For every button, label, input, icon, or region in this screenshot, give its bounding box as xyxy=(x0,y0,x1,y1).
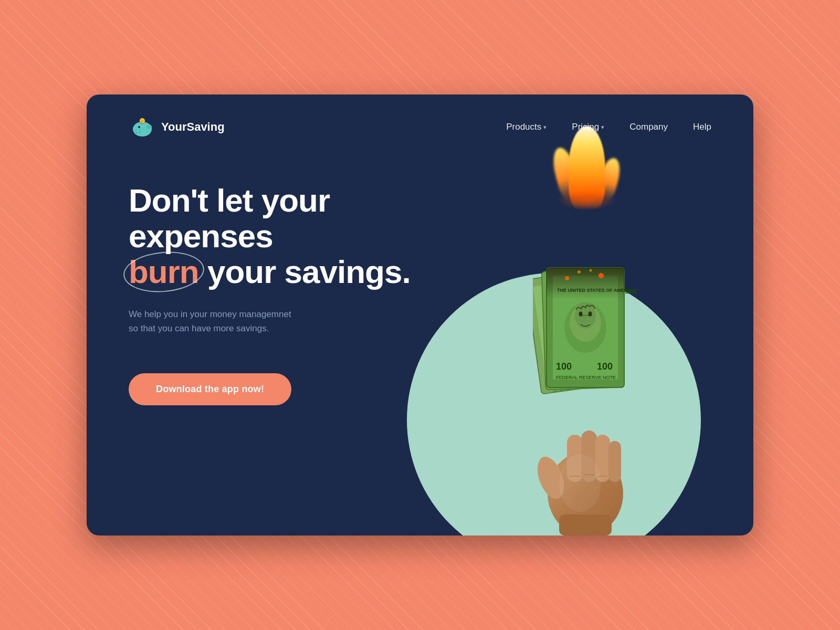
svg-text:FEDERAL RESERVE NOTE: FEDERAL RESERVE NOTE xyxy=(556,375,616,380)
hero-section: Don't let your expenses burn your saving… xyxy=(87,141,454,405)
svg-point-2 xyxy=(146,125,151,129)
svg-rect-52 xyxy=(559,514,612,536)
hero-illustration: THE UNITED STATES OF AMERICA 100 100 THE… xyxy=(459,105,711,536)
hand-svg xyxy=(517,388,654,536)
main-headline: Don't let your expenses burn your saving… xyxy=(129,183,412,290)
svg-rect-40 xyxy=(547,268,624,299)
navbar: $ YourSaving Products ▾ Pricing ▾ Compan… xyxy=(87,94,753,141)
svg-rect-50 xyxy=(608,441,621,482)
main-card: $ YourSaving Products ▾ Pricing ▾ Compan… xyxy=(87,94,753,536)
piggy-bank-icon: $ xyxy=(129,113,156,141)
svg-point-44 xyxy=(590,269,592,272)
svg-point-42 xyxy=(578,270,581,274)
hero-subtitle: We help you in your money managemnet so … xyxy=(129,307,307,335)
svg-point-51 xyxy=(559,454,601,512)
svg-point-41 xyxy=(565,276,569,280)
nav-link-help[interactable]: Help xyxy=(693,122,711,132)
burn-wrapper: burn xyxy=(129,254,199,290)
nav-link-products[interactable]: Products ▾ xyxy=(506,122,547,132)
logo-area[interactable]: $ YourSaving xyxy=(129,113,225,141)
chevron-down-icon: ▾ xyxy=(601,124,604,131)
nav-link-company[interactable]: Company xyxy=(629,122,668,132)
svg-text:100: 100 xyxy=(597,361,613,372)
logo-text: YourSaving xyxy=(161,120,225,134)
svg-text:100: 100 xyxy=(556,361,572,372)
svg-point-3 xyxy=(138,126,140,128)
svg-text:$: $ xyxy=(141,120,143,123)
ember-glow xyxy=(558,189,616,210)
chevron-down-icon: ▾ xyxy=(543,124,547,131)
nav-links: Products ▾ Pricing ▾ Company Help xyxy=(506,122,711,132)
svg-point-43 xyxy=(598,273,604,278)
download-cta-button[interactable]: Download the app now! xyxy=(129,373,291,405)
nav-link-pricing[interactable]: Pricing ▾ xyxy=(572,122,604,132)
